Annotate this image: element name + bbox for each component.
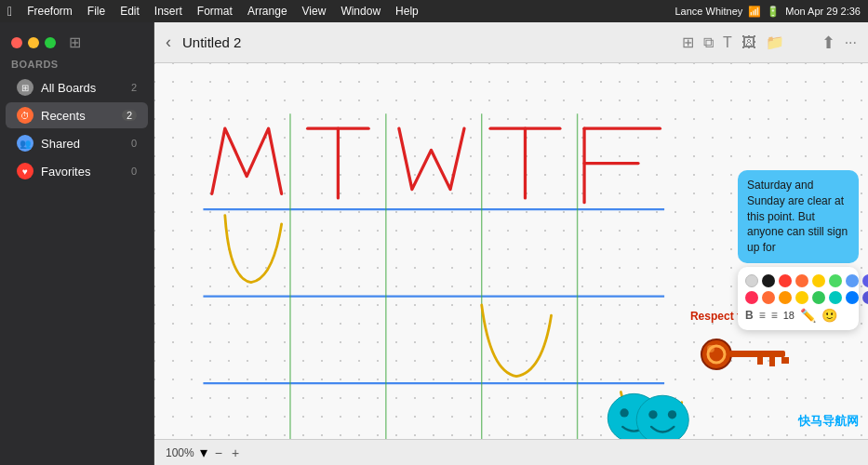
close-button[interactable] (11, 37, 22, 48)
watermark: 快马导航网 (798, 413, 859, 430)
menu-battery-icon: 🔋 (767, 6, 780, 18)
color-row-1 (745, 274, 851, 287)
menubar:  Freeform File Edit Insert Format Arran… (0, 0, 868, 22)
list2-button[interactable]: ≡ (771, 309, 778, 322)
bold-button[interactable]: B (745, 309, 754, 322)
zoom-level[interactable]: 100% (166, 446, 194, 459)
favorites-badge: 0 (131, 166, 137, 177)
favorites-icon: ♥ (17, 163, 33, 179)
sidebar-item-all-boards[interactable]: ⊞ All Boards 2 (6, 74, 148, 100)
menu-wifi-icon: 📶 (748, 6, 761, 18)
color-picker-panel[interactable]: B ≡ ≡ 18 ✏️ 🙂 (738, 267, 859, 330)
all-boards-badge: 2 (131, 82, 137, 93)
zoom-minus-button[interactable]: − (213, 445, 224, 460)
menubar-left:  Freeform File Edit Insert Format Arran… (7, 4, 422, 19)
canvas-area[interactable]: Saturday and Sunday are clear at this po… (154, 63, 868, 439)
svg-point-8 (620, 408, 628, 417)
color-swatch-orange[interactable] (795, 274, 808, 287)
maximize-button[interactable] (45, 37, 56, 48)
sidebar: ⊞ Boards ⊞ All Boards 2 ⏱ Recents 2 👥 Sh… (0, 22, 154, 465)
share-icon[interactable]: ⬆ (821, 33, 835, 53)
color-swatch-azure[interactable] (846, 291, 859, 304)
minimize-button[interactable] (28, 37, 39, 48)
apple-menu[interactable]:  (7, 4, 12, 19)
folder-icon[interactable]: 📁 (766, 33, 784, 51)
color-swatch-coral[interactable] (762, 291, 775, 304)
svg-point-12 (668, 410, 676, 418)
color-row-2 (745, 291, 851, 304)
svg-point-13 (701, 339, 731, 369)
text-tool-icon[interactable]: ✏️ (800, 308, 816, 323)
sidebar-toggle-icon[interactable]: ⊞ (69, 33, 81, 51)
shared-icon: 👥 (17, 135, 33, 152)
menu-freeform[interactable]: Freeform (23, 5, 76, 18)
color-swatch-teal[interactable] (829, 291, 842, 304)
svg-rect-17 (769, 357, 775, 366)
sidebar-item-recents[interactable]: ⏱ Recents 2 (6, 102, 148, 128)
all-boards-icon: ⊞ (17, 79, 33, 96)
sidebar-item-favorites[interactable]: ♥ Favorites 0 (6, 158, 148, 184)
back-button[interactable]: ‹ (166, 33, 171, 52)
more-options-icon[interactable]: ··· (845, 34, 857, 51)
svg-rect-16 (757, 357, 763, 365)
zoom-plus-button[interactable]: + (230, 445, 241, 460)
menu-edit[interactable]: Edit (116, 5, 143, 18)
recents-badge: 2 (122, 110, 137, 121)
sidebar-item-shared[interactable]: 👥 Shared 0 (6, 130, 148, 156)
key-image (690, 328, 802, 379)
list1-button[interactable]: ≡ (759, 309, 766, 322)
color-swatch-yellow[interactable] (812, 274, 825, 287)
all-boards-label: All Boards (41, 81, 96, 95)
svg-rect-15 (729, 351, 785, 357)
recents-icon: ⏱ (17, 107, 33, 124)
color-picker-popup: Saturday and Sunday are clear at this po… (738, 170, 859, 330)
emoji-icon[interactable]: 🙂 (821, 308, 837, 323)
toolbar: ‹ Untitled 2 ⊞ ⧉ T 🖼 📁 ⬆ ··· (154, 22, 868, 63)
menu-format[interactable]: Format (194, 5, 236, 18)
menu-help[interactable]: Help (392, 5, 422, 18)
menu-user: Lance Whitney (675, 6, 743, 17)
menu-arrange[interactable]: Arrange (244, 5, 291, 18)
svg-rect-18 (781, 357, 789, 364)
zoom-dropdown-icon: ▾ (200, 444, 207, 461)
svg-point-11 (648, 410, 657, 418)
sidebar-section-title: Boards (0, 53, 154, 73)
document-title[interactable]: Untitled 2 (182, 34, 241, 50)
color-swatch-blue[interactable] (846, 274, 859, 287)
shared-label: Shared (41, 137, 80, 151)
traffic-lights (11, 37, 56, 48)
color-swatch-pink[interactable] (745, 291, 758, 304)
color-swatch-black[interactable] (762, 274, 775, 287)
color-swatch-gray[interactable] (745, 274, 758, 287)
bottom-bar: 100% ▾ − + (154, 439, 868, 465)
bubble-text: Saturday and Sunday are clear at this po… (747, 179, 848, 254)
color-swatch-lemon[interactable] (795, 291, 808, 304)
toolbar-icons: ⊞ ⧉ T 🖼 📁 ⬆ ··· (682, 33, 857, 53)
menubar-right: Lance Whitney 📶 🔋 Mon Apr 29 2:36 (675, 6, 861, 18)
svg-point-19 (707, 345, 714, 352)
color-swatch-green[interactable] (829, 274, 842, 287)
recents-label: Recents (41, 109, 86, 123)
favorites-label: Favorites (41, 165, 90, 179)
menu-window[interactable]: Window (337, 5, 384, 18)
app-layout: ⊞ Boards ⊞ All Boards 2 ⏱ Recents 2 👥 Sh… (0, 22, 868, 465)
view-options-icon[interactable]: ⊞ (682, 33, 694, 51)
main-content: ‹ Untitled 2 ⊞ ⧉ T 🖼 📁 ⬆ ··· (154, 22, 868, 465)
format-bar: B ≡ ≡ 18 ✏️ 🙂 (745, 308, 851, 323)
color-swatch-red[interactable] (779, 274, 792, 287)
menu-insert[interactable]: Insert (151, 5, 186, 18)
shared-badge: 0 (131, 138, 137, 149)
menu-view[interactable]: View (299, 5, 330, 18)
font-size[interactable]: 18 (783, 310, 795, 321)
back-chevron-icon: ‹ (166, 33, 171, 52)
menu-time: Mon Apr 29 2:36 (785, 6, 861, 17)
color-swatch-amber[interactable] (779, 291, 792, 304)
image-icon[interactable]: 🖼 (741, 34, 756, 51)
color-swatch-mint[interactable] (812, 291, 825, 304)
text-bubble: Saturday and Sunday are clear at this po… (738, 170, 859, 263)
duplicate-icon[interactable]: ⧉ (703, 34, 714, 51)
menu-file[interactable]: File (84, 5, 109, 18)
text-icon[interactable]: T (723, 34, 732, 51)
